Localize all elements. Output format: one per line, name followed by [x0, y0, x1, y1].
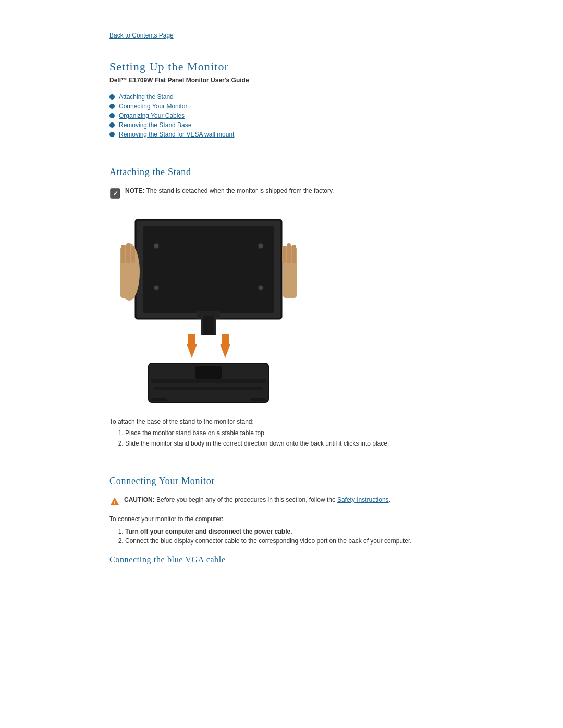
svg-rect-12 [126, 243, 130, 263]
attaching-steps: Place the monitor stand base on a stable… [109, 429, 495, 447]
instructions-intro: To attach the base of the stand to the m… [109, 418, 495, 425]
caution-box: ! CAUTION: Before you begin any of the p… [109, 496, 495, 507]
toc-link-removing-vesa[interactable]: Removing the Stand for VESA wall mount [119, 131, 234, 138]
connect-steps: Turn off your computer and disconnect th… [109, 528, 495, 545]
vga-cable-title: Connecting the blue VGA cable [109, 555, 495, 564]
svg-rect-27 [154, 387, 263, 390]
divider-2 [109, 460, 495, 460]
attaching-step-1: Place the monitor stand base on a stable… [125, 429, 495, 437]
svg-rect-16 [287, 243, 291, 263]
toc-link-attaching[interactable]: Attaching the Stand [119, 93, 174, 101]
connecting-monitor-title: Connecting Your Monitor [109, 476, 495, 487]
connect-step-2: Connect the blue display connector cable… [125, 537, 495, 545]
toc-list: Attaching the Stand Connecting Your Moni… [109, 93, 495, 138]
svg-marker-20 [187, 344, 197, 358]
toc-bullet-3 [109, 113, 115, 118]
connect-step-1-text: Turn off your computer and disconnect th… [125, 528, 292, 535]
product-subtitle: Dell™ E1709W Flat Panel Monitor User's G… [109, 77, 495, 84]
note-box: ✓ NOTE: The stand is detached when the m… [109, 187, 495, 199]
toc-bullet-1 [109, 94, 115, 100]
svg-rect-15 [292, 245, 296, 263]
caution-text: CAUTION: Before you begin any of the pro… [124, 496, 390, 503]
toc-link-removing-base[interactable]: Removing the Stand Base [119, 121, 191, 129]
caution-end: . [389, 496, 390, 503]
svg-rect-29 [250, 398, 266, 401]
monitor-svg [120, 215, 297, 408]
monitor-image-container [120, 215, 495, 402]
svg-text:✓: ✓ [113, 190, 118, 198]
divider-1 [109, 151, 495, 151]
safety-instructions-link[interactable]: Safety Instructions [337, 496, 389, 503]
toc-item-3: Organizing Your Cables [109, 112, 495, 119]
monitor-assembly-image [120, 215, 297, 402]
svg-rect-13 [131, 246, 135, 263]
toc-item-4: Removing the Stand Base [109, 121, 495, 129]
caution-icon: ! [109, 497, 120, 507]
note-content: The stand is detached when the monitor i… [146, 187, 334, 194]
caution-label: CAUTION: [124, 496, 155, 503]
svg-rect-11 [121, 245, 125, 263]
toc-bullet-4 [109, 122, 115, 128]
svg-rect-21 [188, 334, 195, 345]
toc-item-1: Attaching the Stand [109, 93, 495, 101]
attaching-step-2: Slide the monitor stand body in the corr… [125, 440, 495, 447]
svg-rect-23 [222, 334, 229, 345]
note-label: NOTE: [125, 187, 144, 194]
toc-item-2: Connecting Your Monitor [109, 103, 495, 110]
toc-bullet-5 [109, 132, 115, 137]
toc-item-5: Removing the Stand for VESA wall mount [109, 131, 495, 138]
svg-marker-22 [220, 344, 230, 358]
brand-name: Dell™ [109, 77, 127, 84]
svg-point-5 [258, 243, 263, 249]
toc-link-organizing[interactable]: Organizing Your Cables [119, 112, 185, 119]
toc-bullet-2 [109, 104, 115, 109]
svg-text:!: ! [114, 500, 115, 505]
svg-point-7 [258, 285, 263, 290]
svg-point-6 [154, 285, 159, 290]
model-name: E1709W Flat Panel Monitor User's Guide [129, 77, 249, 84]
svg-rect-28 [151, 398, 167, 401]
attaching-stand-title: Attaching the Stand [109, 167, 495, 178]
toc-link-connecting[interactable]: Connecting Your Monitor [119, 103, 187, 110]
connect-intro: To connect your monitor to the computer: [109, 515, 495, 523]
note-icon: ✓ [109, 188, 121, 199]
page-title: Setting Up the Monitor [109, 60, 495, 73]
connect-step-1: Turn off your computer and disconnect th… [125, 528, 495, 535]
note-text: NOTE: The stand is detached when the mon… [125, 187, 334, 194]
svg-rect-25 [195, 366, 222, 379]
caution-body: Before you begin any of the procedures i… [156, 496, 336, 503]
svg-rect-26 [151, 379, 266, 383]
back-to-contents-link[interactable]: Back to Contents Page [109, 32, 174, 39]
svg-rect-3 [143, 226, 274, 313]
svg-rect-17 [282, 246, 286, 263]
svg-point-4 [154, 243, 159, 249]
svg-rect-19 [203, 316, 214, 335]
